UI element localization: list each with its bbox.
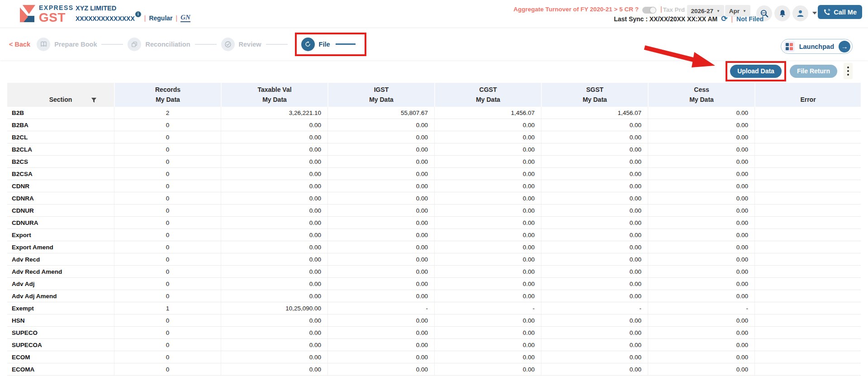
cell-taxable-val: 0.00 <box>221 205 327 216</box>
error-header-label: Error <box>800 96 816 103</box>
cell-section: ECOMA <box>7 363 114 375</box>
table-row[interactable]: CDNR 0 0.00 0.00 0.00 0.00 0.00 <box>7 180 861 192</box>
my-data-sublabel: My Data <box>369 96 394 103</box>
table-row[interactable]: CDNURA 0 0.00 0.00 0.00 0.00 0.00 <box>7 217 861 229</box>
my-data-sublabel: My Data <box>689 96 714 103</box>
cell-igst: 0.00 <box>327 339 434 351</box>
table-row[interactable]: ECOMA 0 0.00 0.00 0.00 0.00 0.00 <box>7 363 861 376</box>
cell-cess: 0.00 <box>648 314 754 326</box>
cell-error <box>754 107 861 119</box>
table-row[interactable]: Adv Adj Amend 0 0.00 0.00 0.00 0.00 0.00 <box>7 290 861 302</box>
user-caret-icon[interactable] <box>812 12 817 14</box>
table-row[interactable]: SUPECOA 0 0.00 0.00 0.00 0.00 0.00 <box>7 339 861 351</box>
column-header: CGST My Data <box>434 83 541 107</box>
cell-records: 0 <box>114 180 221 192</box>
table-row[interactable]: B2CSA 0 0.00 0.00 0.00 0.00 0.00 <box>7 168 861 180</box>
call-me-label: Call Me <box>834 9 857 16</box>
cell-sgst: 0.00 <box>541 217 648 229</box>
refresh-icon[interactable]: ⟳ <box>721 15 727 23</box>
cell-cgst: 0.00 <box>434 205 541 216</box>
expressgst-logo-icon <box>19 4 36 23</box>
cell-records: 0 <box>114 156 221 167</box>
table-row[interactable]: Adv Recd Amend 0 0.00 0.00 0.00 0.00 0.0… <box>7 266 861 278</box>
cell-sgst: 0.00 <box>541 253 648 265</box>
cell-section: B2CLA <box>7 143 114 155</box>
cell-error <box>754 156 861 167</box>
cell-igst: - <box>327 302 434 314</box>
cell-cess: 0.00 <box>648 156 754 167</box>
cell-error <box>754 241 861 253</box>
cell-section: Adv Adj <box>7 278 114 290</box>
expressgst-file-page: EXPRESS GST XYZ LIMITED XXXXXXXXXXXXXXi … <box>0 0 868 381</box>
filter-icon[interactable] <box>91 97 97 103</box>
launchpad-grid-icon <box>784 41 795 52</box>
info-icon[interactable]: i <box>135 11 141 17</box>
call-me-button[interactable]: Call Me <box>818 5 862 19</box>
launchpad-button[interactable]: Launchpad → <box>781 39 853 54</box>
cell-sgst: 0.00 <box>541 192 648 204</box>
cell-cgst: 0.00 <box>434 339 541 351</box>
user-menu-button[interactable] <box>792 5 808 21</box>
step-file[interactable]: File <box>301 38 360 51</box>
cell-error <box>754 302 861 314</box>
cell-sgst: 0.00 <box>541 168 648 180</box>
cell-records: 0 <box>114 363 221 375</box>
notifications-button[interactable] <box>774 5 790 21</box>
cell-sgst: 0.00 <box>541 205 648 216</box>
sections-table: Section Records My Data Taxable Val My D… <box>7 83 861 376</box>
cell-records: 0 <box>114 241 221 253</box>
my-data-sublabel: My Data <box>476 96 500 103</box>
step-reconciliation[interactable]: Reconciliation <box>128 38 221 51</box>
cell-section: CDNRA <box>7 192 114 204</box>
upload-data-button[interactable]: Upload Data <box>730 65 782 78</box>
back-link[interactable]: < Back <box>9 41 30 48</box>
table-row[interactable]: ECOM 0 0.00 0.00 0.00 0.00 0.00 <box>7 351 861 363</box>
chevron-down-icon: ▼ <box>743 9 746 13</box>
table-row[interactable]: B2CL 0 0.00 0.00 0.00 0.00 0.00 <box>7 131 861 143</box>
column-group-label: Taxable Val <box>257 86 291 93</box>
table-row[interactable]: B2CS 0 0.00 0.00 0.00 0.00 0.00 <box>7 156 861 168</box>
cell-igst: 0.00 <box>327 119 434 131</box>
table-row[interactable]: Adv Adj 0 0.00 0.00 0.00 0.00 0.00 <box>7 278 861 290</box>
file-return-button[interactable]: File Return <box>790 65 837 78</box>
cell-cgst: 0.00 <box>434 131 541 143</box>
cell-records: 0 <box>114 266 221 277</box>
bell-icon <box>778 10 787 18</box>
cell-records: 1 <box>114 302 221 314</box>
more-options-kebab-icon[interactable] <box>844 63 853 79</box>
cell-igst: 0.00 <box>327 290 434 302</box>
table-row[interactable]: Adv Recd 0 0.00 0.00 0.00 0.00 0.00 <box>7 253 861 266</box>
table-row[interactable]: Export Amend 0 0.00 0.00 0.00 0.00 0.00 <box>7 241 861 253</box>
table-row[interactable]: SUPECO 0 0.00 0.00 0.00 0.00 0.00 <box>7 327 861 339</box>
table-row[interactable]: B2BA 0 0.00 0.00 0.00 0.00 0.00 <box>7 119 861 131</box>
my-data-sublabel: My Data <box>583 96 607 103</box>
cell-taxable-val: 0.00 <box>221 253 327 265</box>
cell-error <box>754 314 861 326</box>
cell-cess: 0.00 <box>648 180 754 192</box>
cell-cgst: 0.00 <box>434 143 541 155</box>
turnover-toggle[interactable] <box>642 7 656 14</box>
step-review[interactable]: Review <box>221 38 292 51</box>
cell-sgst: 0.00 <box>541 119 648 131</box>
table-row[interactable]: HSN 0 0.00 0.00 0.00 0.00 0.00 <box>7 314 861 327</box>
table-row[interactable]: CDNRA 0 0.00 0.00 0.00 0.00 0.00 <box>7 192 861 205</box>
cell-taxable-val: 0.00 <box>221 217 327 229</box>
cell-section: Adv Recd <box>7 253 114 265</box>
cell-taxable-val: 0.00 <box>221 351 327 363</box>
cell-cgst: 0.00 <box>434 351 541 363</box>
cell-cgst: 0.00 <box>434 192 541 204</box>
cell-taxable-val: 0.00 <box>221 339 327 351</box>
reconciliation-icon <box>128 38 141 51</box>
table-row[interactable]: CDNUR 0 0.00 0.00 0.00 0.00 0.00 <box>7 205 861 217</box>
cell-cess: 0.00 <box>648 205 754 216</box>
step-prepare-book[interactable]: Prepare Book <box>37 38 128 51</box>
table-row[interactable]: Exempt 1 10,25,090.00 - - - - <box>7 302 861 314</box>
cell-cess: 0.00 <box>648 253 754 265</box>
table-row[interactable]: B2CLA 0 0.00 0.00 0.00 0.00 0.00 <box>7 143 861 156</box>
table-row[interactable]: B2B 2 3,26,221.10 55,807.67 1,456.07 1,4… <box>7 107 861 119</box>
table-toolbar: Upload Data File Return <box>726 60 868 82</box>
table-row[interactable]: Export 0 0.00 0.00 0.00 0.00 0.00 <box>7 229 861 241</box>
fy-value: 2026-27 <box>691 8 714 14</box>
cell-sgst: 0.00 <box>541 290 648 302</box>
cell-cess: 0.00 <box>648 217 754 229</box>
